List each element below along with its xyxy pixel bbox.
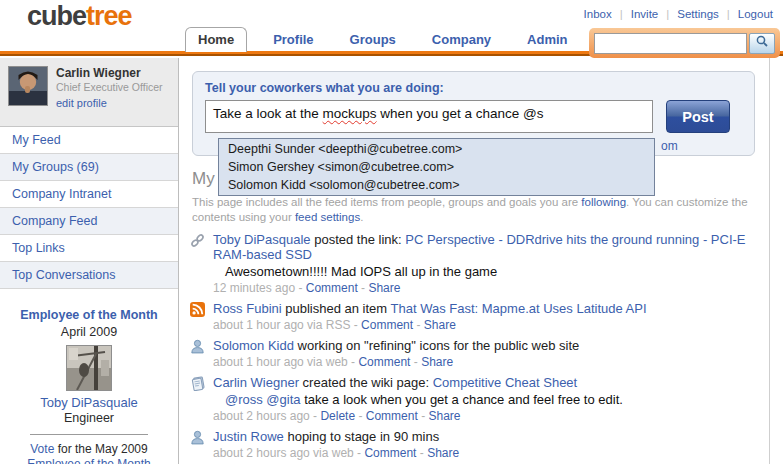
vote-link[interactable]: Vote (30, 442, 54, 456)
feed-title: Solomon Kidd working on "refining" icons… (213, 338, 755, 353)
feed-title: Toby DiPasquale posted the link: PC Pers… (213, 232, 755, 262)
separator: - (416, 446, 427, 460)
status-text-after: when you get a chance @s (377, 106, 544, 121)
feed-timestamp: 12 minutes ago (213, 281, 295, 295)
employee-name-link[interactable]: Toby DiPasquale (0, 395, 178, 410)
user-title: Chief Executive Officer (56, 81, 163, 93)
top-link-settings[interactable]: Settings (677, 8, 719, 20)
feed-item: Toby DiPasquale posted the link: PC Pers… (192, 232, 755, 295)
top-link-logout[interactable]: Logout (738, 8, 773, 20)
feed-comment-link[interactable]: Comment (358, 355, 410, 369)
employee-month: April 2009 (0, 325, 178, 339)
feed-timestamp: about 2 hours ago via web (213, 446, 354, 460)
user-name: Carlin Wiegner (56, 66, 163, 80)
comment-text: take a look when you get a chance and fe… (301, 392, 623, 407)
employee-heading: Employee of the Month (0, 308, 178, 322)
feed-item: Ross Fubini published an item That Was F… (192, 301, 755, 332)
separator: - (410, 355, 421, 369)
page: cubetree Inbox|Invite|Settings|Logout Ho… (0, 0, 783, 464)
feed-share-link[interactable]: Share (368, 281, 400, 295)
person-icon (190, 339, 205, 354)
separator: - (354, 446, 365, 460)
tab-profile[interactable]: Profile (273, 28, 313, 52)
feed-author-link[interactable]: Toby DiPasquale (213, 232, 311, 247)
feed-action-text: hoping to stage in 90 mins (284, 429, 439, 444)
top-link-inbox[interactable]: Inbox (584, 8, 612, 20)
feed-delete-link[interactable]: Delete (320, 409, 355, 423)
feed-meta: 12 minutes ago - Comment - Share (213, 281, 755, 295)
logo-cube: cube (27, 1, 86, 31)
feed-list: Toby DiPasquale posted the link: PC Pers… (192, 232, 755, 460)
top-link-invite[interactable]: Invite (631, 8, 659, 20)
feed-action-text: published an item (282, 301, 391, 316)
rss-icon (190, 302, 205, 317)
sidebar-item-my-groups-69[interactable]: My Groups (69) (0, 154, 178, 181)
avatar (8, 66, 48, 106)
feed-share-link[interactable]: Share (421, 355, 453, 369)
autocomplete-item[interactable]: Deepthi Sunder <deepthi@cubetree.com> (219, 140, 654, 158)
vote-eom-link[interactable]: Employee of the Month (27, 457, 150, 464)
sidebar-item-top-conversations[interactable]: Top Conversations (0, 262, 178, 289)
feed-title: Ross Fubini published an item That Was F… (213, 301, 755, 316)
wiki-icon (190, 376, 205, 391)
feed-title: Justin Rowe hoping to stage in 90 mins (213, 429, 755, 444)
feed-author-link[interactable]: Carlin Wiegner (213, 375, 299, 390)
cubetree-logo[interactable]: cubetree (27, 1, 132, 32)
search-button[interactable] (749, 33, 775, 54)
tabs: HomeProfileGroupsCompanyAdmin (185, 29, 604, 52)
following-link[interactable]: following (581, 196, 626, 208)
status-input[interactable]: Take a look at the mockups when you get … (205, 100, 653, 133)
autocomplete-item[interactable]: Solomon Kidd <solomon@cubetree.com> (219, 176, 654, 194)
link-icon (190, 233, 205, 248)
feed-meta: about 1 hour ago via RSS - Comment - Sha… (213, 318, 755, 332)
post-button[interactable]: Post (666, 100, 730, 133)
tab-home[interactable]: Home (185, 27, 247, 52)
feed-item: Carlin Wiegner created the wiki page: Co… (192, 375, 755, 423)
search-box (589, 28, 780, 58)
feed-author-link[interactable]: Justin Rowe (213, 429, 284, 444)
feed-comment-link[interactable]: Comment (306, 281, 358, 295)
feed-share-link[interactable]: Share (424, 318, 456, 332)
feed-target-link[interactable]: That Was Fast: Mapme.at Uses Latitude AP… (391, 301, 647, 316)
feed-meta: about 2 hours ago via web - Comment - Sh… (213, 446, 755, 460)
tab-company[interactable]: Company (432, 28, 491, 52)
sidebar-item-my-feed[interactable]: My Feed (0, 127, 178, 154)
feed-author-link[interactable]: Solomon Kidd (213, 338, 294, 353)
tab-groups[interactable]: Groups (350, 28, 396, 52)
tab-admin[interactable]: Admin (527, 28, 567, 52)
separator: - (310, 409, 321, 423)
feed-target-link[interactable]: Competitive Cheat Sheet (433, 375, 578, 390)
search-icon (755, 34, 769, 52)
search-input[interactable] (594, 33, 747, 54)
feed-share-link[interactable]: Share (427, 446, 459, 460)
feed-share-link[interactable]: Share (428, 409, 460, 423)
feed-timestamp: about 1 hour ago via web (213, 355, 348, 369)
sidebar-item-company-intranet[interactable]: Company Intranet (0, 181, 178, 208)
top-links: Inbox|Invite|Settings|Logout (584, 8, 773, 20)
edit-profile-link[interactable]: edit profile (56, 97, 163, 109)
status-hint-fragment: om (661, 139, 678, 153)
separator: - (355, 409, 366, 423)
mention-autocomplete-dropdown: Deepthi Sunder <deepthi@cubetree.com>Sim… (218, 138, 655, 196)
sidebar-item-top-links[interactable]: Top Links (0, 235, 178, 262)
autocomplete-item[interactable]: Simon Gershey <simon@cubetree.com> (219, 158, 654, 176)
feed-title: Carlin Wiegner created the wiki page: Co… (213, 375, 755, 390)
vote-text: Vote for the May 2009 Employee of the Mo… (0, 442, 178, 464)
feed-settings-link[interactable]: feed settings (295, 211, 360, 223)
feed-timestamp: about 1 hour ago via RSS (213, 318, 350, 332)
feed-comment-link[interactable]: Comment (366, 409, 418, 423)
separator: | (620, 8, 623, 20)
feed-action-text: posted the link: (311, 232, 406, 247)
feed-item: Solomon Kidd working on "refining" icons… (192, 338, 755, 369)
feed-comment-link[interactable]: Comment (364, 446, 416, 460)
sidebar-item-company-feed[interactable]: Company Feed (0, 208, 178, 235)
employee-role: Engineer (0, 411, 178, 425)
feed-comment-link[interactable]: Comment (361, 318, 413, 332)
main-content: Tell your coworkers what you are doing: … (180, 58, 770, 464)
feed-author-link[interactable]: Ross Fubini (213, 301, 282, 316)
separator: - (295, 281, 306, 295)
vote-rest: for the May 2009 (54, 442, 147, 456)
mention-links[interactable]: @ross @gita (225, 392, 301, 407)
feed-comment: @ross @gita take a look when you get a c… (225, 392, 755, 407)
separator: - (348, 355, 359, 369)
